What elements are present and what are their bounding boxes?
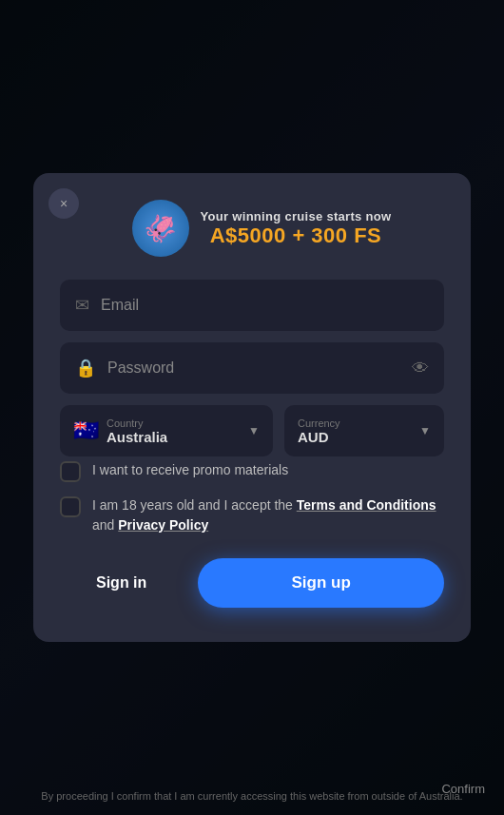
country-sublabel: Country (107, 417, 241, 429)
promo-checkbox-row: I want to receive promo materials (60, 460, 444, 482)
country-value: Australia (107, 429, 241, 445)
registration-form: ✉ 🔒 👁 🇦🇺 Country Australia ▼ Currency AU… (60, 280, 444, 456)
promo-label: I want to receive promo materials (92, 460, 288, 480)
mascot-icon: 🦑 (132, 200, 189, 257)
country-dropdown[interactable]: 🇦🇺 Country Australia ▼ (60, 405, 273, 456)
registration-modal: × 🦑 Your winning cruise starts now A$500… (33, 173, 471, 642)
close-button[interactable]: × (48, 188, 79, 219)
terms-label: I am 18 years old and I accept the Terms… (92, 495, 444, 535)
buttons-row: Sign in Sign up (60, 558, 444, 608)
currency-sublabel: Currency (298, 417, 412, 429)
sign-in-button[interactable]: Sign in (60, 559, 183, 607)
modal-header: 🦑 Your winning cruise starts now A$5000 … (113, 200, 392, 257)
terms-checkbox-row: I am 18 years old and I accept the Terms… (60, 495, 444, 535)
confirm-hint: Confirm (441, 782, 485, 796)
checkboxes-section: I want to receive promo materials I am 1… (60, 460, 444, 535)
password-input[interactable] (107, 359, 400, 377)
bottom-disclaimer: By proceeding I confirm that I am curren… (0, 788, 504, 805)
close-icon: × (60, 196, 68, 211)
currency-label-group: Currency AUD (298, 417, 412, 445)
currency-dropdown[interactable]: Currency AUD ▼ (284, 405, 444, 456)
disclaimer-text: By proceeding I confirm that I am curren… (19, 788, 485, 805)
terms-prefix: I am 18 years old and I accept the (92, 497, 297, 513)
mascot-emoji: 🦑 (144, 213, 177, 244)
dropdowns-row: 🇦🇺 Country Australia ▼ Currency AUD ▼ (60, 405, 444, 456)
terms-checkbox[interactable] (60, 496, 81, 517)
currency-value: AUD (298, 429, 412, 445)
country-flag: 🇦🇺 (73, 418, 99, 443)
email-input[interactable] (101, 297, 429, 314)
promo-checkbox[interactable] (60, 461, 81, 482)
terms-middle: and (92, 517, 118, 533)
terms-link[interactable]: Terms and Conditions (297, 497, 436, 513)
currency-chevron-down-icon: ▼ (419, 424, 431, 437)
privacy-link[interactable]: Privacy Policy (118, 517, 208, 533)
country-label-group: Country Australia (107, 417, 241, 445)
password-input-wrapper: 🔒 👁 (60, 342, 444, 394)
header-subtitle: Your winning cruise starts now (201, 209, 392, 223)
sign-up-button[interactable]: Sign up (198, 558, 444, 608)
header-bonus: A$5000 + 300 FS (201, 223, 392, 248)
email-icon: ✉ (75, 295, 89, 316)
header-text-block: Your winning cruise starts now A$5000 + … (201, 209, 392, 248)
email-input-wrapper: ✉ (60, 280, 444, 331)
country-chevron-down-icon: ▼ (248, 424, 260, 437)
lock-icon: 🔒 (75, 358, 96, 378)
eye-icon[interactable]: 👁 (412, 359, 429, 378)
